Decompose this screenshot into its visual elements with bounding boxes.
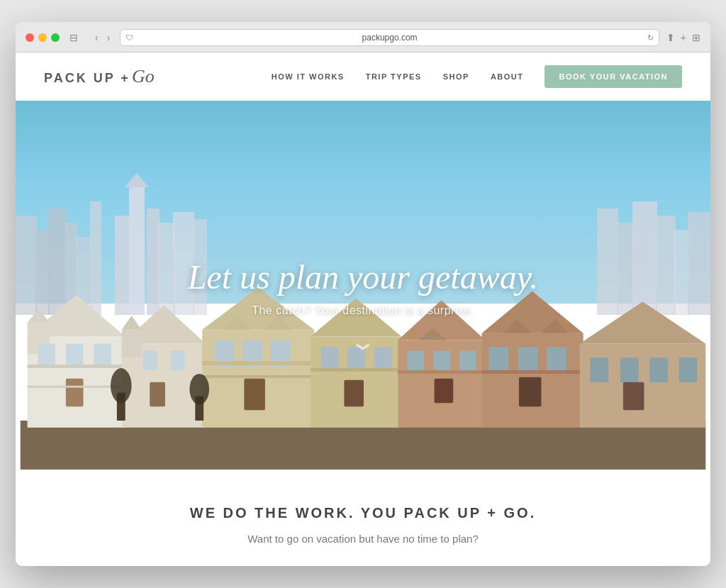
svg-rect-35 xyxy=(143,350,157,370)
svg-rect-27 xyxy=(94,343,111,368)
browser-window: ⊟ ‹ › 🛡 packupgo.com ↻ ⬆ + ⊞ PAC xyxy=(16,22,710,566)
nav-buttons: ‹ › xyxy=(92,30,113,45)
logo-pack-text: PACK UP + xyxy=(44,71,130,86)
svg-rect-54 xyxy=(311,368,401,372)
below-fold-section: WE DO THE WORK. YOU PACK UP + GO. Want t… xyxy=(16,470,710,566)
below-fold-title: WE DO THE WORK. YOU PACK UP + GO. xyxy=(44,505,682,521)
svg-marker-34 xyxy=(122,316,142,330)
scroll-indicator: ❯ xyxy=(188,338,539,354)
close-button[interactable] xyxy=(26,33,34,42)
svg-rect-46 xyxy=(202,361,314,365)
nav-link-trip-types[interactable]: TRIP TYPES xyxy=(366,72,422,81)
forward-button[interactable]: › xyxy=(104,30,113,45)
svg-rect-45 xyxy=(244,379,265,410)
svg-rect-61 xyxy=(435,379,454,404)
hero-text-block: Let us plan your getaway. The catch? You… xyxy=(188,259,539,355)
chevron-down-icon: ❯ xyxy=(355,341,371,352)
svg-rect-19 xyxy=(21,421,705,470)
svg-rect-33 xyxy=(122,330,142,357)
hero-headline: Let us plan your getaway. xyxy=(188,259,539,296)
browser-actions: ⬆ + ⊞ xyxy=(666,32,700,43)
refresh-icon[interactable]: ↻ xyxy=(647,33,654,43)
traffic-lights xyxy=(26,33,60,42)
nav-link-about[interactable]: ABOUT xyxy=(491,72,524,81)
svg-rect-29 xyxy=(28,365,125,368)
window-layout-icon: ⊟ xyxy=(69,32,78,43)
share-button[interactable]: ⬆ xyxy=(666,32,675,43)
svg-rect-69 xyxy=(547,347,566,373)
svg-rect-25 xyxy=(38,343,55,368)
svg-rect-53 xyxy=(344,380,364,406)
new-tab-button[interactable]: + xyxy=(681,32,686,43)
svg-rect-77 xyxy=(679,357,698,382)
maximize-button[interactable] xyxy=(51,33,60,42)
svg-rect-78 xyxy=(623,382,644,410)
svg-rect-28 xyxy=(66,379,84,406)
security-icon: 🛡 xyxy=(125,33,133,42)
address-bar-container: 🛡 packupgo.com ↻ xyxy=(120,29,659,46)
website-content: PACK UP + Go HOW IT WORKS TRIP TYPES SHO… xyxy=(16,52,710,566)
svg-rect-75 xyxy=(620,357,639,382)
svg-rect-36 xyxy=(171,350,185,370)
svg-rect-26 xyxy=(66,343,84,368)
svg-rect-30 xyxy=(28,386,125,388)
browser-chrome: ⊟ ‹ › 🛡 packupgo.com ↻ ⬆ + ⊞ xyxy=(16,22,710,52)
svg-rect-74 xyxy=(591,357,609,382)
url-text: packupgo.com xyxy=(362,33,418,43)
svg-marker-24 xyxy=(28,309,50,323)
nav-link-how-it-works[interactable]: HOW IT WORKS xyxy=(272,72,345,81)
book-vacation-button[interactable]: BOOK YOUR VACATION xyxy=(544,65,682,88)
svg-point-82 xyxy=(189,374,209,404)
svg-marker-7 xyxy=(125,173,149,187)
svg-marker-73 xyxy=(580,301,706,343)
svg-rect-47 xyxy=(202,375,314,378)
svg-rect-76 xyxy=(649,357,668,382)
hero-subtext: The catch? Your destination is a surpris… xyxy=(188,304,539,317)
hero-section: Let us plan your getaway. The catch? You… xyxy=(16,101,710,470)
logo-go-text: Go xyxy=(132,66,155,87)
svg-rect-70 xyxy=(519,377,542,406)
svg-rect-62 xyxy=(398,370,485,374)
svg-rect-37 xyxy=(150,382,165,407)
minimize-button[interactable] xyxy=(38,33,47,42)
svg-point-80 xyxy=(111,368,132,403)
svg-rect-71 xyxy=(482,370,583,374)
tabs-button[interactable]: ⊞ xyxy=(692,32,700,43)
below-fold-subtitle: Want to go on vacation but have no time … xyxy=(44,533,682,545)
site-logo[interactable]: PACK UP + Go xyxy=(44,66,155,87)
nav-link-shop[interactable]: SHOP xyxy=(443,72,469,81)
address-bar[interactable]: packupgo.com xyxy=(120,29,659,46)
nav-links: HOW IT WORKS TRIP TYPES SHOP ABOUT BOOK … xyxy=(272,65,682,88)
back-button[interactable]: ‹ xyxy=(92,30,101,45)
site-header: PACK UP + Go HOW IT WORKS TRIP TYPES SHO… xyxy=(16,52,710,101)
